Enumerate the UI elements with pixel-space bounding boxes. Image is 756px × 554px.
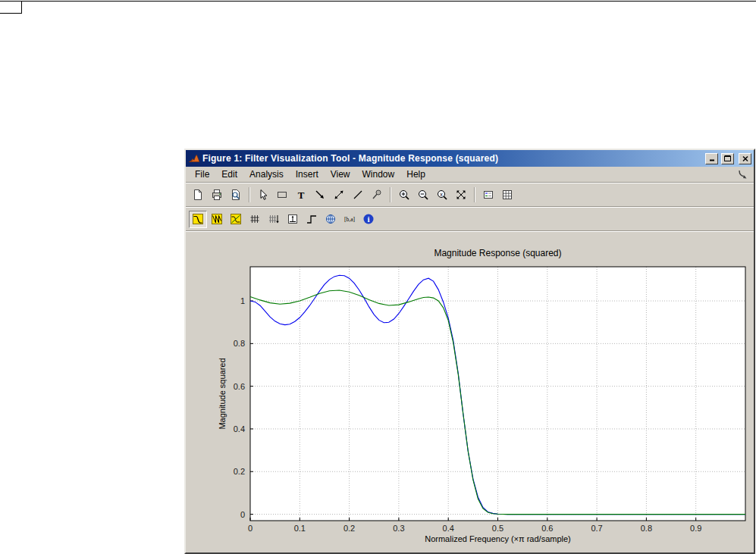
print-preview-button[interactable] [227,186,245,204]
minimize-icon [709,156,715,161]
svg-text:0.5: 0.5 [492,524,503,533]
menu-view[interactable]: View [325,167,356,182]
plot-canvas: 00.10.20.30.40.50.60.70.80.900.20.40.60.… [186,232,754,552]
svg-text:0.1: 0.1 [294,524,306,533]
step-response-icon [306,213,318,225]
zoom-in-icon [398,189,410,201]
minimize-button[interactable] [705,153,718,164]
insert-pin-button[interactable] [368,186,386,204]
phase-delay-icon [268,213,280,225]
magnitude-response-icon [192,213,204,225]
svg-text:Normalized Frequency (×π rad/s: Normalized Frequency (×π rad/sample) [425,534,571,543]
svg-text:[b,a]: [b,a] [344,216,355,223]
analysis-toolbar: [b,a] i [186,208,754,230]
print-button[interactable] [208,186,226,204]
menu-bar: File Edit Analysis Insert View Window He… [186,167,754,182]
menu-analysis[interactable]: Analysis [243,167,290,182]
group-delay-icon [249,213,261,225]
restore-view-button[interactable] [452,186,470,204]
menu-window[interactable]: Window [356,167,401,182]
svg-text:0.8: 0.8 [641,524,652,533]
insert-arrow-button[interactable] [311,186,329,204]
title-bar[interactable]: Figure 1: Filter Visualization Tool - Ma… [186,150,754,167]
svg-text:0.7: 0.7 [591,524,602,533]
impulse-response-icon [287,213,299,225]
grid-icon [501,189,513,201]
legend-icon [482,189,494,201]
svg-text:0.4: 0.4 [443,524,454,533]
svg-text:0.2: 0.2 [234,467,245,476]
printer-icon [211,189,223,201]
maximize-button[interactable] [721,153,734,164]
toolbar-separator [249,187,250,202]
pointer-arrow-icon [257,189,269,201]
page-corner-box [0,2,22,14]
dock-figure-icon[interactable] [737,168,749,180]
pole-zero-icon [325,213,337,225]
svg-text:Magnitude Response (squared): Magnitude Response (squared) [434,248,561,258]
insert-double-arrow-button[interactable] [330,186,348,204]
insert-rectangle-button[interactable] [273,186,291,204]
grid-toggle-button[interactable] [498,186,516,204]
zoom-out-icon [417,189,429,201]
impulse-response-button[interactable] [284,211,302,228]
close-button[interactable] [739,153,751,164]
magnitude-response-button[interactable] [189,211,207,228]
pole-zero-button[interactable] [322,211,340,228]
phase-response-icon [211,213,223,225]
svg-text:0.4: 0.4 [234,424,245,433]
print-preview-icon [230,189,242,201]
new-document-icon [192,189,204,201]
edit-plot-button[interactable] [254,186,272,204]
filter-coefficients-button[interactable]: [b,a] [340,211,359,228]
filter-coefficients-icon: [b,a] [343,213,356,225]
zoom-x-button[interactable]: x [433,186,451,204]
insert-text-button[interactable]: T [292,186,310,204]
main-toolbar: T x [186,183,754,206]
svg-text:0.6: 0.6 [541,524,553,533]
toolbar-separator [390,187,391,202]
close-icon [742,156,748,161]
text-tool-icon: T [295,189,307,201]
menu-file[interactable]: File [189,167,215,182]
menu-edit[interactable]: Edit [215,167,243,182]
menu-help[interactable]: Help [400,167,431,182]
step-response-button[interactable] [303,211,321,228]
plot-panel: 00.10.20.30.40.50.60.70.80.900.20.40.60.… [186,232,754,552]
svg-text:0: 0 [248,524,253,533]
insert-line-button[interactable] [349,186,367,204]
svg-text:i: i [367,214,369,224]
rectangle-icon [276,189,288,201]
filter-info-button[interactable]: i [359,211,378,228]
group-delay-button[interactable] [246,211,264,228]
svg-text:Magnitude squared: Magnitude squared [218,358,227,429]
maximize-icon [724,155,731,161]
page-border-line [0,1,756,2]
double-arrow-icon [333,189,345,201]
magnitude-and-phase-button[interactable] [227,211,245,228]
svg-text:T: T [298,189,305,201]
matlab-figure-icon [188,152,200,164]
svg-text:0.2: 0.2 [343,524,355,533]
filter-info-icon: i [362,213,375,225]
zoom-out-button[interactable] [414,186,432,204]
legend-toggle-button[interactable] [479,186,497,204]
full-view-icon [455,189,467,201]
new-figure-button[interactable] [189,186,207,204]
window-title: Figure 1: Filter Visualization Tool - Ma… [202,153,702,164]
fvtool-window: Figure 1: Filter Visualization Tool - Ma… [184,149,755,554]
pushpin-icon [371,189,383,201]
svg-text:0.8: 0.8 [234,339,245,348]
zoom-x-icon: x [436,189,448,201]
menu-insert[interactable]: Insert [290,167,325,182]
arrow-icon [314,189,326,201]
phase-delay-button[interactable] [265,211,283,228]
zoom-in-button[interactable] [395,186,413,204]
svg-text:x: x [440,192,443,197]
toolbar-separator [474,187,475,202]
svg-text:0.9: 0.9 [690,524,701,533]
magnitude-and-phase-icon [230,213,242,225]
phase-response-button[interactable] [208,211,226,228]
svg-text:1: 1 [240,296,245,305]
svg-text:0.6: 0.6 [234,382,245,391]
